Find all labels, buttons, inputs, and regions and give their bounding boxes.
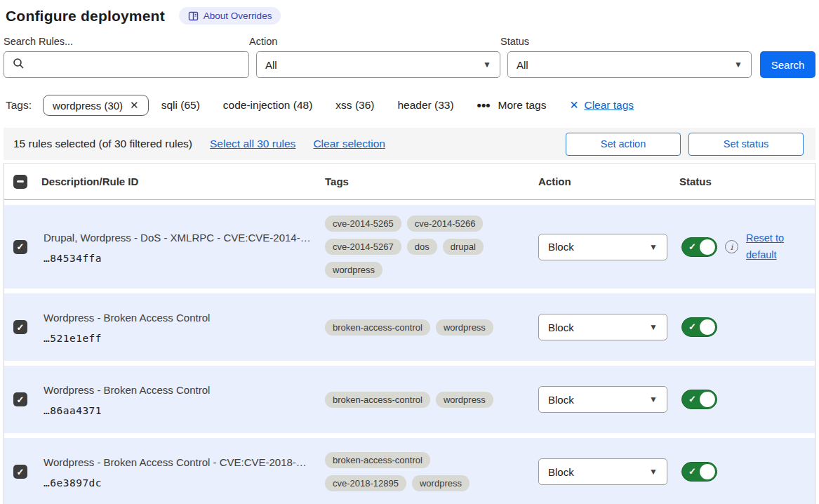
tag-chip: cve-2018-12895 [325,475,406,491]
row-description-cell: Wordpress - Broken Access Control …86aa4… [36,383,320,416]
chevron-down-icon: ▼ [649,394,658,404]
close-icon: ✕ [569,99,578,112]
status-toggle[interactable]: ✓ [681,317,717,337]
remove-tag-icon[interactable]: ✕ [130,99,139,112]
select-all-checkbox[interactable] [13,175,27,189]
checkmark-icon: ✓ [688,321,696,332]
column-action: Action [533,175,674,187]
more-tags-button[interactable]: ••• More tags [477,99,547,112]
chevron-down-icon: ▼ [649,322,658,332]
row-status-cell: ✓ [674,462,815,482]
checkmark-icon: ✓ [17,323,25,332]
search-input[interactable] [30,59,240,71]
action-filter-group: Action All ▼ [249,36,500,78]
row-action-cell: Block ▼ [533,314,674,340]
search-rules-label: Search Rules... [4,36,249,47]
tag-chip: drupal [443,239,484,255]
checkmark-icon: ✓ [17,395,25,404]
row-rule-id: …84534ffa [44,253,320,264]
table-row: ✓ Wordpress - Broken Access Control - CV… [4,438,815,504]
search-rules-group: Search Rules... [4,36,249,78]
row-rule-id: …521e1eff [44,333,320,344]
row-status-cell: ✓ [674,317,815,337]
book-icon [188,11,199,21]
row-action-cell: Block ▼ [533,234,674,260]
row-action-value: Block [548,394,574,406]
row-checkbox[interactable]: ✓ [13,240,27,254]
tag-chip: wordpress [412,475,470,491]
clear-tags-label: Clear tags [584,99,634,112]
clear-selection-link[interactable]: Clear selection [313,138,385,150]
row-checkbox-cell: ✓ [4,465,36,479]
tag-chip: cve-2014-5266 [407,215,484,232]
indeterminate-icon [17,180,24,183]
tag-xss[interactable]: xss (36) [335,99,374,112]
set-status-button[interactable]: Set status [688,133,804,156]
filters-row: Search Rules... Action All ▼ Status All … [4,36,815,78]
table-body: ✓ Drupal, Wordpress - DoS - XMLRPC - CVE… [4,205,815,504]
row-checkbox[interactable]: ✓ [13,465,27,479]
toggle-knob [700,392,715,407]
row-description: Drupal, Wordpress - DoS - XMLRPC - CVE:C… [44,230,320,245]
column-description: Description/Rule ID [36,175,320,187]
search-input-box [4,51,249,78]
tag-chip: broken-access-control [325,452,430,468]
row-description: Wordpress - Broken Access Control [44,383,320,397]
row-description-cell: Wordpress - Broken Access Control - CVE:… [36,455,320,489]
info-icon[interactable]: i [725,240,738,253]
tag-header[interactable]: header (33) [397,99,453,112]
row-action-select[interactable]: Block ▼ [538,386,667,413]
tag-chip: wordpress [325,262,382,278]
row-checkbox[interactable]: ✓ [13,392,27,406]
row-action-select[interactable]: Block ▼ [538,314,667,340]
status-toggle[interactable]: ✓ [681,462,717,482]
reset-to-default-link[interactable]: Reset to default [746,230,792,264]
row-action-select[interactable]: Block ▼ [538,458,667,485]
selected-tag-wordpress[interactable]: wordpress (30) ✕ [43,95,149,116]
row-action-value: Block [548,241,574,253]
header-checkbox-cell [4,175,36,189]
ellipsis-icon: ••• [477,99,491,112]
tag-chip: wordpress [436,392,493,408]
checkmark-icon: ✓ [17,242,25,251]
configure-deployment-page: Configure deployment About Overrides Sea… [0,0,819,504]
status-toggle[interactable]: ✓ [681,237,717,257]
clear-tags-button[interactable]: ✕ Clear tags [569,99,634,112]
select-all-link[interactable]: Select all 30 rules [210,138,295,150]
search-icon [13,58,25,72]
toggle-knob [700,319,715,335]
about-overrides-label: About Overrides [204,11,272,21]
row-action-cell: Block ▼ [533,386,674,413]
chevron-down-icon: ▼ [649,242,658,252]
set-action-button[interactable]: Set action [566,133,681,156]
row-tags: cve-2014-5265cve-2014-5266cve-2014-5267d… [320,215,501,278]
toggle-knob [700,239,715,255]
column-status: Status [674,175,815,187]
tag-sqli[interactable]: sqli (65) [161,99,200,112]
selected-tag-label: wordpress (30) [53,100,123,112]
page-header: Configure deployment About Overrides [4,7,815,25]
search-button[interactable]: Search [760,51,815,78]
row-checkbox-cell: ✓ [4,240,36,254]
chevron-down-icon: ▼ [649,467,658,477]
row-checkbox-cell: ✓ [4,320,36,334]
row-checkbox-cell: ✓ [4,392,36,406]
status-filter-select[interactable]: All ▼ [507,51,752,78]
row-action-select[interactable]: Block ▼ [538,234,667,260]
tag-code-injection[interactable]: code-injection (48) [223,99,313,112]
about-overrides-badge[interactable]: About Overrides [179,7,281,25]
row-tags: broken-access-controlwordpress [320,392,501,408]
chevron-down-icon: ▼ [483,60,491,69]
checkmark-icon: ✓ [688,394,696,404]
checkmark-icon: ✓ [17,467,25,477]
status-toggle[interactable]: ✓ [681,390,717,409]
action-filter-select[interactable]: All ▼ [256,51,500,78]
row-rule-id: …6e3897dc [44,477,320,489]
tags-bar: Tags: wordpress (30) ✕ sqli (65) code-in… [4,95,815,116]
tag-chip: wordpress [436,319,493,336]
tag-chip: cve-2014-5265 [325,215,401,232]
action-filter-value: All [265,59,277,71]
row-checkbox[interactable]: ✓ [13,320,27,334]
row-action-cell: Block ▼ [533,458,674,485]
row-status-cell: ✓ [674,390,815,409]
